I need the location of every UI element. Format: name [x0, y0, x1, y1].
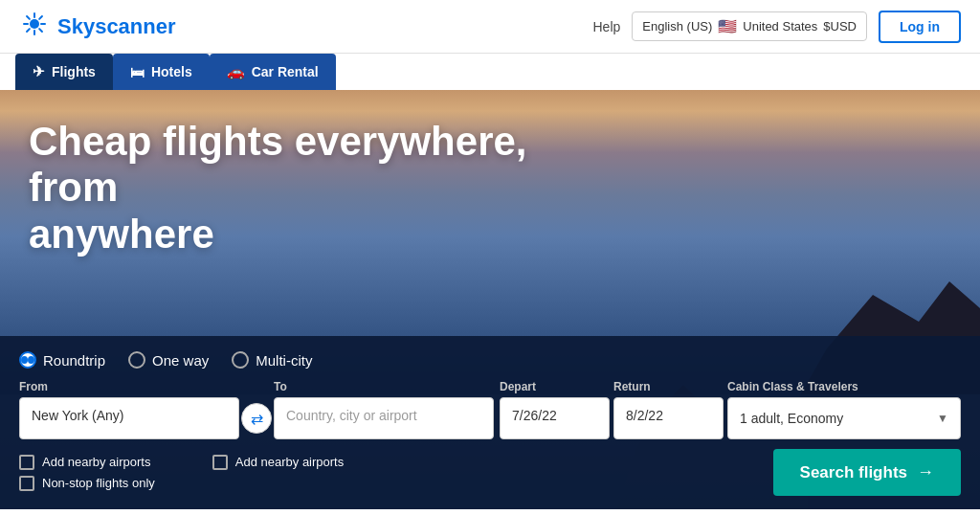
hero-title: Cheap flights everywhere, from anywhere	[29, 119, 603, 258]
hero-section: Cheap flights everywhere, from anywhere …	[0, 90, 980, 509]
swap-icon: ⇄	[251, 410, 263, 428]
tab-flights[interactable]: ✈ Flights	[15, 54, 113, 90]
to-nearby-airports-checkbox[interactable]: Add nearby airports	[212, 455, 344, 470]
cabin-label: Cabin Class & Travelers	[727, 380, 961, 393]
roundtrip-radio[interactable]	[19, 351, 36, 369]
from-label: From	[19, 380, 239, 393]
tab-hotels-label: Hotels	[151, 64, 192, 79]
depart-label: Depart	[500, 380, 610, 393]
cabin-field-group: Cabin Class & Travelers 1 adult, Economy…	[727, 380, 961, 439]
to-input[interactable]: Country, city or airport	[274, 397, 494, 439]
svg-line-6	[39, 29, 42, 32]
logo-area[interactable]: Skyscanner	[19, 11, 176, 42]
nav-tabs: ✈ Flights 🛏 Hotels 🚗 Car Rental	[0, 54, 980, 90]
hotels-icon: 🛏	[130, 64, 145, 80]
multicity-radio[interactable]	[232, 351, 249, 369]
tab-car-rental[interactable]: 🚗 Car Rental	[210, 54, 336, 90]
tab-flights-label: Flights	[52, 64, 96, 79]
flights-icon: ✈	[33, 63, 45, 80]
to-field-group: To Country, city or airport	[274, 380, 494, 439]
search-panel: Roundtrip One way Multi-city From New Yo…	[0, 336, 980, 509]
return-field-group: Return 8/2/22	[613, 380, 724, 439]
header: Skyscanner Help English (US) 🇺🇸 United S…	[0, 0, 980, 54]
nonstop-box[interactable]	[19, 476, 34, 491]
logo-text: Skyscanner	[57, 14, 176, 39]
to-label: To	[274, 380, 494, 393]
logo-icon	[19, 11, 50, 42]
currency-label: $USD	[823, 19, 857, 34]
search-button-label: Search flights	[800, 463, 907, 482]
login-button[interactable]: Log in	[879, 11, 961, 43]
cabin-input[interactable]: 1 adult, Economy ▼	[727, 397, 961, 439]
flag-icon: 🇺🇸	[718, 17, 737, 35]
swap-button[interactable]: ⇄	[241, 403, 272, 434]
from-field-group: From New York (Any)	[19, 380, 239, 439]
from-input[interactable]: New York (Any)	[19, 397, 239, 439]
depart-input[interactable]: 7/26/22	[500, 397, 610, 439]
to-nearby-airports-box[interactable]	[212, 455, 228, 470]
multicity-option[interactable]: Multi-city	[232, 351, 312, 369]
svg-line-8	[27, 29, 30, 32]
fields-row: From New York (Any) ⇄ To Country, city o…	[19, 380, 961, 439]
oneway-option[interactable]: One way	[128, 351, 209, 369]
nonstop-checkbox[interactable]: Non-stop flights only	[19, 476, 155, 491]
bottom-row: Add nearby airports Non-stop flights onl…	[19, 449, 961, 496]
country-label: United States	[743, 19, 817, 34]
nonstop-label: Non-stop flights only	[42, 476, 155, 490]
car-icon: 🚗	[227, 63, 245, 80]
trip-type-row: Roundtrip One way Multi-city	[19, 351, 961, 369]
roundtrip-option[interactable]: Roundtrip	[19, 351, 105, 369]
search-arrow-icon: →	[917, 462, 934, 482]
help-link[interactable]: Help	[593, 19, 621, 34]
from-nearby-airports-box[interactable]	[19, 455, 34, 470]
locale-selector[interactable]: English (US) 🇺🇸 United States $USD	[632, 11, 867, 41]
tab-hotels[interactable]: 🛏 Hotels	[113, 54, 210, 90]
from-checkboxes: Add nearby airports Non-stop flights onl…	[19, 455, 155, 491]
svg-point-0	[30, 19, 39, 29]
svg-line-7	[39, 16, 42, 19]
depart-field-group: Depart 7/26/22	[500, 380, 610, 439]
cabin-dropdown-icon: ▼	[937, 412, 948, 425]
from-nearby-airports-label: Add nearby airports	[42, 455, 150, 469]
return-input[interactable]: 8/2/22	[613, 397, 724, 439]
svg-line-5	[27, 16, 30, 19]
locale-label: English (US)	[642, 19, 712, 34]
oneway-radio[interactable]	[128, 351, 145, 369]
roundtrip-label: Roundtrip	[43, 352, 105, 369]
header-right: Help English (US) 🇺🇸 United States $USD …	[593, 11, 962, 43]
tab-car-label: Car Rental	[252, 64, 319, 79]
oneway-label: One way	[152, 352, 209, 369]
return-label: Return	[613, 380, 724, 393]
from-nearby-airports-checkbox[interactable]: Add nearby airports	[19, 455, 155, 470]
to-checkboxes: Add nearby airports	[212, 455, 344, 491]
search-flights-button[interactable]: Search flights →	[773, 449, 961, 496]
to-nearby-airports-label: Add nearby airports	[235, 455, 344, 469]
checkboxes-area: Add nearby airports Non-stop flights onl…	[19, 455, 344, 491]
multicity-label: Multi-city	[256, 352, 312, 369]
